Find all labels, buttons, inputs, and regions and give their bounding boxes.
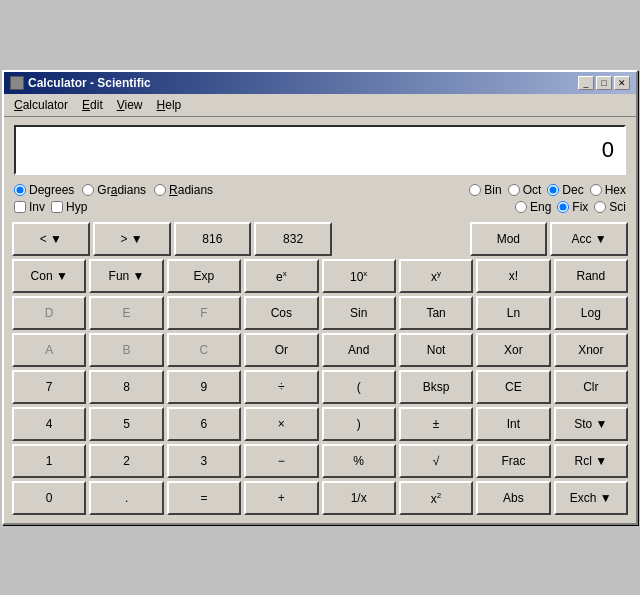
- eng-option[interactable]: Eng: [515, 200, 551, 214]
- gradians-option[interactable]: Gradians: [82, 183, 146, 197]
- 2-button[interactable]: 2: [89, 444, 163, 478]
- ex-button[interactable]: ex: [244, 259, 318, 293]
- button-row-1: < ▼ > ▼ 816 832 Mod Acc ▼: [12, 222, 628, 256]
- notation-options: Eng Fix Sci: [515, 200, 626, 214]
- xnor-button[interactable]: Xnor: [554, 333, 628, 367]
- fix-option[interactable]: Fix: [557, 200, 588, 214]
- 6-button[interactable]: 6: [167, 407, 241, 441]
- open-paren-button[interactable]: (: [322, 370, 396, 404]
- angle-options: Degrees Gradians Radians: [14, 183, 463, 197]
- calculator-window: Calculator - Scientific _ □ ✕ Calculator…: [2, 70, 638, 525]
- clr-button[interactable]: Clr: [554, 370, 628, 404]
- 5-button[interactable]: 5: [89, 407, 163, 441]
- acc-button[interactable]: Acc ▼: [550, 222, 628, 256]
- 9-button[interactable]: 9: [167, 370, 241, 404]
- and-button[interactable]: And: [322, 333, 396, 367]
- 0-button[interactable]: 0: [12, 481, 86, 515]
- button-row-6: 4 5 6 × ) ± Int Sto ▼: [12, 407, 628, 441]
- xor-button[interactable]: Xor: [476, 333, 550, 367]
- window-title: Calculator - Scientific: [28, 76, 151, 90]
- fun-button[interactable]: Fun ▼: [89, 259, 163, 293]
- e-button: E: [89, 296, 163, 330]
- calculator-icon: [10, 76, 24, 90]
- button-row-7: 1 2 3 − % √ Frac Rcl ▼: [12, 444, 628, 478]
- hex-option[interactable]: Hex: [590, 183, 626, 197]
- 1-button[interactable]: 1: [12, 444, 86, 478]
- 816-button[interactable]: 816: [174, 222, 252, 256]
- base-options: Bin Oct Dec Hex: [469, 183, 626, 197]
- button-row-5: 7 8 9 ÷ ( Bksp CE Clr: [12, 370, 628, 404]
- titlebar-left: Calculator - Scientific: [10, 76, 151, 90]
- 10x-button[interactable]: 10x: [322, 259, 396, 293]
- close-paren-button[interactable]: ): [322, 407, 396, 441]
- frac-button[interactable]: Frac: [476, 444, 550, 478]
- xfact-button[interactable]: x!: [476, 259, 550, 293]
- 7-button[interactable]: 7: [12, 370, 86, 404]
- plusminus-button[interactable]: ±: [399, 407, 473, 441]
- or-button[interactable]: Or: [244, 333, 318, 367]
- add-button[interactable]: +: [244, 481, 318, 515]
- cos-button[interactable]: Cos: [244, 296, 318, 330]
- sin-button[interactable]: Sin: [322, 296, 396, 330]
- b-button: B: [89, 333, 163, 367]
- equals-button[interactable]: =: [167, 481, 241, 515]
- inv-hyp-options: Inv Hyp: [14, 200, 512, 214]
- sci-option[interactable]: Sci: [594, 200, 626, 214]
- bin-option[interactable]: Bin: [469, 183, 501, 197]
- exp-button[interactable]: Exp: [167, 259, 241, 293]
- dec-option[interactable]: Dec: [547, 183, 583, 197]
- close-button[interactable]: ✕: [614, 76, 630, 90]
- a-button: A: [12, 333, 86, 367]
- shift-left-button[interactable]: < ▼: [12, 222, 90, 256]
- con-button[interactable]: Con ▼: [12, 259, 86, 293]
- log-button[interactable]: Log: [554, 296, 628, 330]
- rcl-button[interactable]: Rcl ▼: [554, 444, 628, 478]
- int-button[interactable]: Int: [476, 407, 550, 441]
- menu-edit[interactable]: Edit: [76, 96, 109, 114]
- minimize-button[interactable]: _: [578, 76, 594, 90]
- x2-button[interactable]: x2: [399, 481, 473, 515]
- subtract-button[interactable]: −: [244, 444, 318, 478]
- percent-button[interactable]: %: [322, 444, 396, 478]
- button-row-4: A B C Or And Not Xor Xnor: [12, 333, 628, 367]
- menu-calculator[interactable]: Calculator: [8, 96, 74, 114]
- button-row-2: Con ▼ Fun ▼ Exp ex 10x xy x! Rand: [12, 259, 628, 293]
- ce-button[interactable]: CE: [476, 370, 550, 404]
- exch-button[interactable]: Exch ▼: [554, 481, 628, 515]
- inv-option[interactable]: Inv: [14, 200, 45, 214]
- xy-button[interactable]: xy: [399, 259, 473, 293]
- mod-button[interactable]: Mod: [470, 222, 548, 256]
- ln-button[interactable]: Ln: [476, 296, 550, 330]
- 3-button[interactable]: 3: [167, 444, 241, 478]
- 832-button[interactable]: 832: [254, 222, 332, 256]
- menu-help[interactable]: Help: [151, 96, 188, 114]
- dot-button[interactable]: .: [89, 481, 163, 515]
- display: 0: [14, 125, 626, 175]
- f-button: F: [167, 296, 241, 330]
- sqrt-button[interactable]: √: [399, 444, 473, 478]
- 8-button[interactable]: 8: [89, 370, 163, 404]
- d-button: D: [12, 296, 86, 330]
- options-row-2: Inv Hyp Eng Fix Sci: [14, 200, 626, 214]
- oct-option[interactable]: Oct: [508, 183, 542, 197]
- degrees-option[interactable]: Degrees: [14, 183, 74, 197]
- radians-option[interactable]: Radians: [154, 183, 213, 197]
- rand-button[interactable]: Rand: [554, 259, 628, 293]
- maximize-button[interactable]: □: [596, 76, 612, 90]
- not-button[interactable]: Not: [399, 333, 473, 367]
- sto-button[interactable]: Sto ▼: [554, 407, 628, 441]
- reciprocal-button[interactable]: 1/x: [322, 481, 396, 515]
- titlebar-buttons: _ □ ✕: [578, 76, 630, 90]
- 4-button[interactable]: 4: [12, 407, 86, 441]
- button-row-8: 0 . = + 1/x x2 Abs Exch ▼: [12, 481, 628, 515]
- tan-button[interactable]: Tan: [399, 296, 473, 330]
- abs-button[interactable]: Abs: [476, 481, 550, 515]
- multiply-button[interactable]: ×: [244, 407, 318, 441]
- divide-button[interactable]: ÷: [244, 370, 318, 404]
- backspace-button[interactable]: Bksp: [399, 370, 473, 404]
- menubar: Calculator Edit View Help: [4, 94, 636, 117]
- menu-view[interactable]: View: [111, 96, 149, 114]
- display-value: 0: [602, 137, 614, 163]
- hyp-option[interactable]: Hyp: [51, 200, 87, 214]
- shift-right-button[interactable]: > ▼: [93, 222, 171, 256]
